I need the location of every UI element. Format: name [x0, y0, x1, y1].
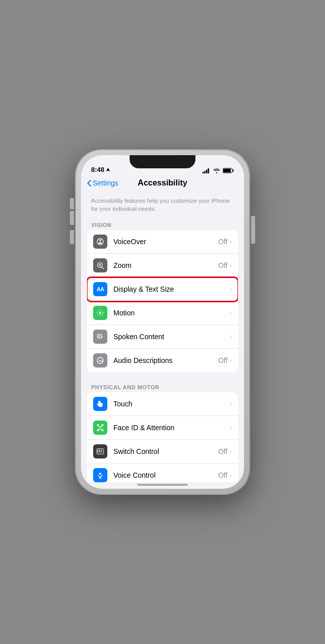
svg-rect-28	[101, 451, 102, 452]
face-id-chevron: ›	[229, 424, 232, 432]
switch-control-value: Off	[218, 447, 227, 455]
audio-descriptions-icon: AD	[93, 353, 107, 367]
mute-switch	[70, 198, 74, 209]
svg-line-10	[102, 267, 104, 269]
svg-text:AD: AD	[99, 359, 103, 362]
face-id-icon	[93, 421, 107, 435]
touch-icon	[93, 397, 107, 411]
spoken-content-row[interactable]: Spoken Content ›	[87, 325, 238, 349]
nav-header: Settings Accessibility	[81, 175, 244, 192]
status-time: 8:48	[91, 166, 110, 173]
display-text-size-chevron: ›	[229, 285, 232, 293]
description-text: Accessibility features help you customiz…	[81, 192, 244, 219]
switch-control-row[interactable]: Switch Control Off ›	[87, 440, 238, 464]
phone-frame: 8:48	[76, 150, 249, 494]
phone-screen: 8:48	[81, 155, 244, 489]
zoom-row[interactable]: Zoom Off ›	[87, 254, 238, 278]
svg-rect-6	[233, 170, 234, 172]
spoken-content-icon	[93, 330, 107, 344]
svg-point-8	[99, 240, 101, 241]
face-id-row[interactable]: Face ID & Attention ›	[87, 416, 238, 440]
svg-rect-18	[97, 430, 99, 431]
svg-point-13	[99, 312, 101, 314]
back-chevron-icon	[87, 180, 91, 187]
voiceover-row[interactable]: VoiceOver Off ›	[87, 230, 238, 254]
svg-point-21	[101, 427, 102, 428]
svg-rect-24	[99, 450, 100, 451]
zoom-value: Off	[218, 261, 227, 269]
voiceover-chevron: ›	[229, 238, 232, 246]
svg-rect-0	[202, 172, 204, 173]
face-id-label: Face ID & Attention	[113, 424, 227, 432]
svg-rect-25	[101, 450, 102, 451]
display-text-size-label: Display & Text Size	[113, 285, 227, 293]
back-button[interactable]: Settings	[87, 179, 118, 187]
zoom-chevron: ›	[229, 261, 232, 269]
voice-control-value: Off	[218, 471, 227, 479]
touch-label: Touch	[113, 400, 227, 408]
content-scroll[interactable]: Accessibility features help you customiz…	[81, 192, 244, 482]
spoken-content-chevron: ›	[229, 333, 232, 341]
svg-rect-3	[208, 168, 210, 173]
svg-rect-23	[98, 450, 99, 451]
svg-rect-17	[102, 425, 103, 426]
svg-point-29	[99, 473, 101, 475]
zoom-label: Zoom	[113, 261, 218, 269]
touch-chevron: ›	[229, 400, 232, 408]
back-label: Settings	[93, 179, 118, 187]
zoom-icon	[93, 258, 107, 272]
voiceover-label: VoiceOver	[113, 238, 218, 246]
touch-row[interactable]: Touch ›	[87, 392, 238, 416]
switch-control-chevron: ›	[229, 447, 232, 455]
svg-rect-27	[99, 451, 100, 452]
audio-descriptions-chevron: ›	[229, 356, 232, 364]
notch	[130, 155, 195, 168]
switch-control-icon	[93, 444, 107, 458]
audio-descriptions-value: Off	[218, 356, 227, 364]
motion-chevron: ›	[229, 309, 232, 317]
section-header-physical: PHYSICAL AND MOTOR	[81, 381, 244, 392]
svg-rect-5	[223, 169, 231, 172]
voice-control-row[interactable]: Voice Control Off ›	[87, 464, 238, 482]
voice-control-chevron: ›	[229, 471, 232, 479]
voiceover-icon	[93, 235, 107, 249]
switch-control-label: Switch Control	[113, 447, 218, 455]
display-text-size-row[interactable]: AA Display & Text Size ›	[87, 278, 238, 301]
voiceover-value: Off	[218, 238, 227, 246]
home-indicator	[137, 484, 188, 486]
svg-rect-2	[206, 169, 208, 173]
svg-point-20	[99, 427, 100, 428]
display-text-size-icon: AA	[93, 282, 107, 296]
motion-row[interactable]: Motion ›	[87, 301, 238, 325]
svg-rect-1	[205, 171, 206, 173]
voice-control-icon	[93, 468, 107, 482]
section-header-vision: VISION	[81, 219, 244, 230]
volume-up-button[interactable]	[70, 211, 74, 225]
physical-motor-group: Touch ›	[87, 392, 238, 482]
svg-rect-14	[98, 335, 102, 338]
svg-rect-26	[98, 451, 99, 452]
wifi-icon	[213, 168, 220, 173]
location-icon	[106, 167, 110, 172]
svg-rect-16	[97, 425, 99, 426]
vision-group: VoiceOver Off › Zoom Off	[87, 230, 238, 372]
motion-icon	[93, 306, 107, 320]
battery-icon	[223, 168, 234, 173]
spoken-content-label: Spoken Content	[113, 333, 227, 341]
volume-down-button[interactable]	[70, 230, 74, 244]
signal-icon	[202, 168, 211, 173]
audio-descriptions-row[interactable]: AD Audio Descriptions Off ›	[87, 349, 238, 372]
status-icons	[202, 168, 234, 173]
voice-control-label: Voice Control	[113, 471, 218, 479]
time-label: 8:48	[91, 166, 104, 173]
motion-label: Motion	[113, 309, 227, 317]
power-button[interactable]	[251, 216, 255, 244]
audio-descriptions-label: Audio Descriptions	[113, 356, 218, 364]
svg-rect-19	[102, 430, 103, 431]
page-title: Accessibility	[138, 178, 187, 188]
